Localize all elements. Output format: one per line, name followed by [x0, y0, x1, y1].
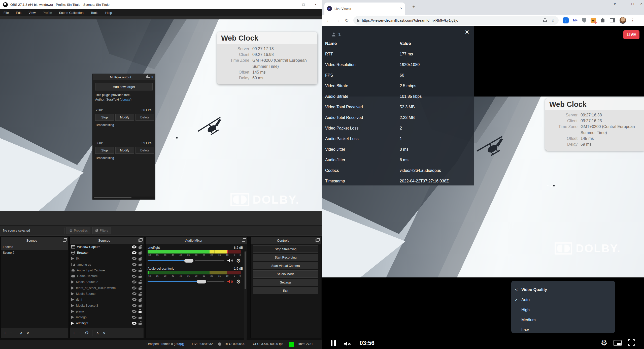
quality-option-low[interactable]: Low — [511, 325, 615, 335]
share-icon[interactable] — [543, 17, 548, 23]
lock-icon[interactable] — [139, 299, 142, 302]
quality-option-auto[interactable]: ✓ Auto — [511, 295, 615, 305]
move-source-down-button[interactable]: ∨ — [103, 330, 106, 336]
quality-option-high[interactable]: High — [511, 305, 615, 315]
lock-icon[interactable] — [139, 264, 142, 266]
popout-icon[interactable] — [316, 239, 319, 242]
visibility-eye-off-icon[interactable] — [132, 316, 137, 319]
reload-button[interactable]: ↻ — [345, 17, 349, 23]
visibility-eye-off-icon[interactable] — [132, 280, 137, 283]
browser-tab[interactable]: ▶ Live Viewer × — [324, 3, 405, 15]
visibility-eye-off-icon[interactable] — [132, 275, 137, 278]
player-settings-gear-icon[interactable]: ⚙ — [601, 339, 607, 347]
move-scene-up-button[interactable]: ∧ — [20, 330, 23, 336]
horizontal-scrollbar[interactable] — [93, 197, 155, 199]
menu-file[interactable]: File — [4, 11, 9, 15]
lock-icon[interactable] — [139, 282, 142, 284]
volume-slider[interactable] — [148, 281, 224, 282]
menu-edit[interactable]: Edit — [16, 11, 21, 15]
properties-button[interactable]: ⚙ Properties — [66, 227, 90, 234]
popout-icon[interactable] — [242, 239, 245, 242]
menu-scene-collection[interactable]: Scene Collection — [59, 11, 84, 15]
remove-source-button[interactable]: − — [79, 331, 81, 336]
speaker-icon[interactable] — [227, 258, 233, 263]
multiple-output-titlebar[interactable]: Multiple output × — [93, 74, 155, 80]
lock-icon[interactable] — [139, 317, 142, 319]
profile-avatar[interactable] — [620, 17, 626, 24]
scrollbar-thumb[interactable] — [94, 197, 131, 198]
source-row[interactable]: motogp — [70, 314, 144, 320]
scene-item-escena[interactable]: Escena — [1, 244, 68, 250]
studio-mode-button[interactable]: Studio Mode — [253, 270, 318, 278]
obs-minimize-button[interactable]: – — [285, 0, 297, 9]
scrollbar-thumb[interactable] — [245, 251, 246, 289]
ssl-lock-icon[interactable] — [357, 20, 359, 22]
settings-button[interactable]: Settings — [253, 279, 318, 286]
download-extension-icon[interactable]: ↓ — [563, 17, 569, 23]
scene-item-scene2[interactable]: Scene 2 — [1, 250, 68, 256]
delete-button[interactable]: Delete — [135, 114, 154, 121]
visibility-eye-off-icon[interactable] — [132, 287, 137, 290]
obs-close-button[interactable]: × — [310, 0, 322, 9]
stats-close-icon[interactable]: × — [465, 28, 469, 36]
source-row[interactable]: Media Source 3 — [70, 303, 144, 308]
visibility-eye-off-icon[interactable] — [132, 263, 137, 266]
add-source-button[interactable]: + — [73, 331, 75, 336]
lock-icon[interactable] — [139, 305, 142, 307]
donate-link[interactable]: donate — [121, 98, 130, 101]
chrome-minimize-button[interactable]: – — [623, 2, 625, 6]
url-text[interactable]: https://viewer-dev.millicast.com/?stream… — [362, 18, 539, 22]
visibility-eye-icon[interactable] — [132, 322, 137, 325]
gear-icon[interactable]: ⚙ — [236, 258, 241, 263]
delete-button[interactable]: Delete — [135, 147, 154, 154]
new-tab-button[interactable]: + — [412, 4, 415, 10]
slider-handle[interactable] — [184, 259, 193, 263]
extensions-puzzle-icon[interactable] — [600, 18, 605, 23]
lock-closed-icon[interactable] — [139, 311, 142, 313]
address-bar[interactable]: https://viewer-dev.millicast.com/?stream… — [353, 16, 559, 25]
lock-icon[interactable] — [139, 246, 142, 249]
menu-profile[interactable]: Profile — [43, 11, 52, 15]
player-mute-icon[interactable] — [344, 340, 352, 346]
quality-menu-header[interactable]: < Video Quality — [511, 285, 615, 295]
start-recording-button[interactable]: Start Recording — [253, 254, 318, 261]
lock-icon[interactable] — [139, 270, 142, 272]
add-scene-button[interactable]: + — [4, 331, 6, 336]
source-row[interactable]: among us — [70, 262, 144, 267]
source-row[interactable]: Media Source 2 — [70, 279, 144, 285]
back-button[interactable]: ← — [326, 18, 331, 23]
source-row[interactable]: Window Capture — [70, 244, 144, 250]
lock-icon[interactable] — [139, 276, 142, 278]
visibility-eye-icon[interactable] — [132, 251, 137, 254]
pause-button[interactable] — [331, 340, 336, 346]
lock-icon[interactable] — [139, 252, 142, 255]
move-source-up-button[interactable]: ∧ — [96, 330, 99, 336]
exit-button[interactable]: Exit — [253, 287, 318, 294]
popout-icon[interactable] — [139, 239, 142, 242]
lock-icon[interactable] — [139, 294, 142, 296]
obs-video-canvas[interactable]: DOLBY. Web Clock Server09:27:17.13 Clien… — [0, 19, 322, 211]
password-extension-icon[interactable] — [591, 18, 596, 23]
add-new-target-button[interactable]: Add new target — [95, 83, 153, 90]
modify-button[interactable]: Modify — [115, 114, 134, 121]
lock-icon[interactable] — [139, 323, 142, 325]
visibility-eye-off-icon[interactable] — [132, 304, 137, 307]
obs-maximize-button[interactable]: □ — [297, 0, 310, 9]
gear-icon[interactable]: ⚙ — [236, 279, 241, 284]
source-row[interactable]: Audio Input Capture — [70, 267, 144, 273]
bookmark-star-icon[interactable]: ☆ — [551, 18, 555, 23]
chrome-profile-chevron-icon[interactable]: ∨ — [614, 2, 616, 6]
source-row[interactable]: Media Source — [70, 291, 144, 297]
visibility-eye-icon[interactable] — [132, 245, 137, 248]
fullscreen-icon[interactable] — [628, 339, 635, 347]
source-properties-button[interactable]: ⚙ — [85, 330, 89, 336]
popout-icon[interactable] — [146, 76, 149, 78]
source-row[interactable]: 8k — [70, 256, 144, 262]
remove-scene-button[interactable]: − — [10, 331, 12, 336]
chrome-menu-icon[interactable]: ⋮ — [630, 18, 635, 23]
visibility-eye-off-icon[interactable] — [132, 292, 137, 295]
stop-streaming-button[interactable]: Stop Streaming — [253, 245, 318, 253]
stop-button[interactable]: Stop — [95, 114, 114, 121]
slider-handle[interactable] — [197, 280, 206, 283]
source-row[interactable]: dtmf — [70, 297, 144, 303]
